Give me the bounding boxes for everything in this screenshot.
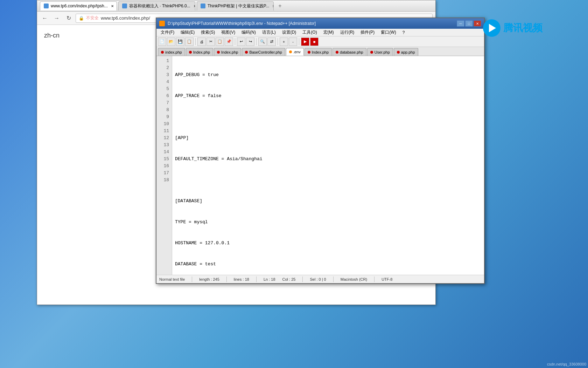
- menu-macro[interactable]: 宏(M): [321, 29, 337, 36]
- np-tab-3[interactable]: Index.php: [214, 48, 241, 56]
- toolbar-cut[interactable]: ✂: [206, 38, 215, 46]
- new-tab-button[interactable]: +: [275, 1, 285, 11]
- status-div-6: [374, 277, 374, 282]
- code-line-8: TYPE = mysql: [175, 219, 481, 226]
- tab-close-2[interactable]: ✕: [192, 4, 195, 8]
- notepad-titlebar: D:\phpStudy\PHPTutorial\WWW\thinkphp6\tp…: [156, 18, 484, 29]
- browser-titlebar: www.tp6.com/index.php/tpsh... ✕ 容器和依赖注入 …: [37, 0, 435, 12]
- status-ln: Ln : 18: [264, 277, 275, 281]
- tab-favicon-1: [44, 4, 49, 8]
- tencent-text: 腾讯视频: [503, 21, 542, 35]
- browser-tab-3[interactable]: ThinkPHP框架 | 中文最佳实践P... ✕: [197, 1, 274, 11]
- toolbar-print[interactable]: 🖨: [197, 38, 206, 46]
- tab-close-3[interactable]: ✕: [271, 4, 274, 8]
- menu-tools[interactable]: 工具(O): [300, 29, 320, 36]
- line-num-15: 15: [156, 156, 172, 163]
- menu-language[interactable]: 语言(L): [259, 29, 279, 36]
- not-secure-label: 不安全: [86, 15, 99, 21]
- status-eol: Macintosh (CR): [341, 277, 367, 281]
- menu-settings[interactable]: 设置(D): [279, 29, 299, 36]
- maximize-button[interactable]: □: [465, 20, 473, 27]
- np-tab-5-env[interactable]: .env: [286, 48, 304, 56]
- toolbar-new[interactable]: 📄: [158, 38, 166, 46]
- code-editor[interactable]: APP_DEBUG = true APP_TRACE = false [APP]…: [172, 56, 484, 275]
- editor-container[interactable]: 1 2 3 4 5 6 7 8 9 10 11 12 13 14 15 16 1…: [156, 56, 484, 275]
- np-tab-6[interactable]: Index.php: [304, 48, 332, 56]
- browser-tab-2[interactable]: 容器和依赖注入 · ThinkPHP6.0... ✕: [118, 1, 195, 11]
- np-tab-label-4: BaseController.php: [249, 50, 282, 54]
- tencent-logo: [483, 19, 500, 37]
- menu-run[interactable]: 运行(R): [337, 29, 357, 36]
- menu-plugins[interactable]: 插件(P): [358, 29, 377, 36]
- line-num-11: 11: [156, 128, 172, 135]
- menu-encoding[interactable]: 编码(N): [239, 29, 259, 36]
- line-num-4: 4: [156, 79, 172, 86]
- toolbar-zoom-out[interactable]: -: [289, 38, 297, 46]
- status-encoding: UTF-8: [382, 277, 392, 281]
- menu-edit[interactable]: 编辑(E): [178, 29, 197, 36]
- tab-dot-3: [217, 51, 220, 54]
- code-line-7: [DATABASE]: [175, 198, 481, 205]
- close-button[interactable]: ✕: [474, 20, 481, 27]
- browser-tab-label-2: 容器和依赖注入 · ThinkPHP6.0...: [129, 3, 190, 9]
- np-tab-label-1: index.php: [165, 50, 182, 54]
- status-div-2: [226, 277, 227, 282]
- toolbar-run[interactable]: ▶: [301, 38, 309, 46]
- refresh-button[interactable]: ↻: [64, 13, 74, 23]
- forward-button[interactable]: →: [52, 13, 62, 23]
- np-tab-9[interactable]: app.php: [394, 48, 418, 56]
- np-tab-label-2: Index.php: [193, 50, 210, 54]
- toolbar: 📄 📂 💾 📋 🖨 ✂ 📋 📌 ↩ ↪ 🔍 ⇄ + - ▶ ■: [156, 36, 484, 47]
- security-lock-icon: 🔒: [79, 16, 84, 21]
- toolbar-replace[interactable]: ⇄: [267, 38, 276, 46]
- np-tab-8[interactable]: User.php: [367, 48, 393, 56]
- toolbar-sep-3: [256, 38, 257, 45]
- toolbar-save[interactable]: 💾: [176, 38, 184, 46]
- np-tab-label-8: User.php: [374, 50, 390, 54]
- line-num-1: 1: [156, 57, 172, 64]
- back-button[interactable]: ←: [40, 13, 50, 23]
- tencent-video-widget: 腾讯视频: [483, 19, 581, 37]
- tab-dot-6: [308, 51, 310, 54]
- watermark: csdn.net/qq_33608000: [547, 362, 586, 366]
- menu-window[interactable]: 窗口(W): [378, 29, 399, 36]
- line-numbers: 1 2 3 4 5 6 7 8 9 10 11 12 13 14 15 16 1…: [156, 56, 172, 275]
- browser-tab-label-3: ThinkPHP框架 | 中文最佳实践P...: [208, 3, 269, 9]
- window-controls: ─ □ ✕: [457, 20, 481, 27]
- notepad-title: D:\phpStudy\PHPTutorial\WWW\thinkphp6\tp…: [168, 21, 454, 26]
- tab-favicon-3: [201, 4, 205, 8]
- status-lines: lines : 18: [234, 277, 249, 281]
- np-tab-label-9: app.php: [401, 50, 415, 54]
- menu-search[interactable]: 搜索(S): [198, 29, 218, 36]
- line-num-3: 3: [156, 71, 172, 79]
- tab-dot-7: [336, 51, 338, 54]
- menu-help[interactable]: ?: [400, 29, 408, 36]
- line-num-9: 9: [156, 114, 172, 121]
- np-tab-1[interactable]: index.php: [158, 48, 185, 56]
- np-tab-2[interactable]: Index.php: [186, 48, 213, 56]
- browser-content-text: zh-cn: [44, 32, 59, 39]
- toolbar-zoom-in[interactable]: +: [280, 38, 288, 46]
- toolbar-find[interactable]: 🔍: [258, 38, 267, 46]
- tab-favicon-2: [122, 4, 127, 8]
- code-line-2: APP_TRACE = false: [175, 93, 481, 100]
- toolbar-open[interactable]: 📂: [167, 38, 175, 46]
- toolbar-redo[interactable]: ↪: [246, 38, 254, 46]
- line-num-8: 8: [156, 107, 172, 114]
- code-line-1: APP_DEBUG = true: [175, 71, 481, 79]
- menu-file[interactable]: 文件(F): [158, 29, 177, 36]
- line-num-13: 13: [156, 142, 172, 149]
- tab-close-1[interactable]: ✕: [110, 4, 115, 8]
- minimize-button[interactable]: ─: [457, 20, 464, 27]
- toolbar-stop[interactable]: ■: [310, 38, 318, 46]
- np-tab-4[interactable]: BaseController.php: [242, 48, 285, 56]
- browser-tab-active[interactable]: www.tp6.com/index.php/tpsh... ✕: [40, 1, 117, 11]
- menu-view[interactable]: 视图(V): [218, 29, 238, 36]
- code-line-9: HOSTNAME = 127.0.0.1: [175, 240, 481, 247]
- np-tab-7[interactable]: database.php: [332, 48, 366, 56]
- toolbar-copy[interactable]: 📋: [216, 38, 224, 46]
- toolbar-undo[interactable]: ↩: [237, 38, 245, 46]
- toolbar-paste[interactable]: 📌: [225, 38, 233, 46]
- np-tab-label-6: Index.php: [312, 50, 329, 54]
- toolbar-save-all[interactable]: 📋: [185, 38, 194, 46]
